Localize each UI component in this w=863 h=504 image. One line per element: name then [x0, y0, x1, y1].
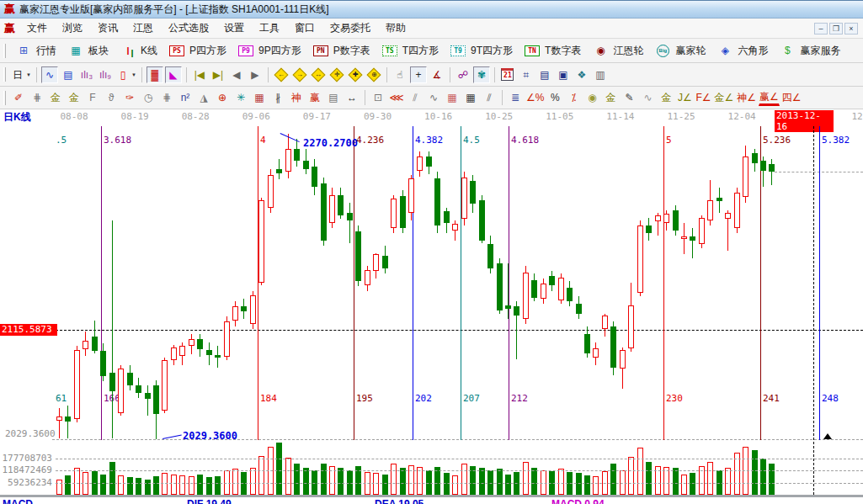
pn-table-icon[interactable]: PN [312, 42, 329, 59]
comb-b-icon[interactable]: ⋕ [158, 89, 175, 106]
toolbar-button-tn-table[interactable]: TNT数字表 [518, 40, 586, 61]
gann-grid-tool-icon[interactable]: ☍ [455, 66, 471, 83]
indicator-name[interactable]: MACD [3, 498, 33, 504]
mdi-minimize-button[interactable]: – [814, 23, 828, 34]
kline-candle-icon[interactable]: ❙ [120, 42, 136, 59]
pct-line-red-icon[interactable]: ⁒ [565, 89, 582, 106]
toolbar-button-p9-square[interactable]: P99P四方形 [232, 40, 306, 61]
mdi-close-button[interactable]: × [844, 23, 858, 34]
ts-square-icon[interactable]: TS [381, 42, 398, 59]
angle-pct-red-icon[interactable]: ∠% [525, 89, 545, 106]
menu-item-2[interactable]: 资讯 [90, 19, 125, 37]
pick-red-icon[interactable]: ✑ [121, 89, 138, 106]
menu-item-6[interactable]: 工具 [252, 19, 287, 37]
clock-icon[interactable]: ◷ [140, 89, 157, 106]
j-angle-icon[interactable]: J∠ [676, 89, 693, 106]
calendar-21-icon[interactable]: 21 [499, 66, 516, 83]
wave-v-icon[interactable]: ∿ [425, 89, 442, 106]
ink-brush-icon[interactable]: ✎ [621, 89, 637, 106]
gold-ring-icon[interactable]: ◉ [583, 89, 600, 106]
grid-red-icon[interactable]: ▦ [251, 89, 268, 106]
crosshair-tool-icon[interactable]: + [410, 66, 427, 83]
gann-wheel-icon[interactable]: ◉ [592, 42, 609, 59]
toolbar-button-ts-square[interactable]: TST四方形 [376, 40, 444, 61]
chip-dist-icon[interactable]: ▓ [146, 66, 163, 83]
parallel-icon[interactable]: ⫽ [481, 89, 498, 106]
hexagon-icon[interactable]: ◈ [717, 42, 733, 59]
toolbar-button-ps-square[interactable]: PSP四方形 [162, 40, 232, 61]
target-red-icon[interactable]: ⊕ [214, 89, 231, 106]
toolbar-button-sector-blocks[interactable]: ▦板块 [61, 40, 114, 61]
diamond-full-icon[interactable]: ⊕ [365, 66, 382, 83]
n2-icon[interactable]: n² [177, 89, 194, 106]
gold-seal-a-icon[interactable]: 金 [47, 89, 64, 106]
si-angle-icon[interactable]: 四∠ [781, 89, 802, 106]
prev-bar-icon[interactable]: ◀ [228, 66, 245, 83]
toolbar-button-kline-candle[interactable]: ❙K线 [114, 40, 162, 61]
winner-wheel-icon[interactable]: Big [654, 42, 671, 59]
first-page-icon[interactable]: |◀ [191, 66, 208, 83]
diamond-expand-icon[interactable]: ✛ [328, 66, 345, 83]
tn-table-icon[interactable]: TN [524, 42, 541, 59]
f-angle-icon[interactable]: F∠ [695, 89, 711, 106]
winner-service-icon[interactable]: $ [779, 42, 796, 59]
order-pad-icon[interactable]: ▤ [536, 66, 553, 83]
remote-pc-icon[interactable]: ❖ [573, 66, 590, 83]
protractor-tool-icon[interactable]: ∡ [429, 66, 445, 83]
toolbar-button-hexagon[interactable]: ◈六角形 [711, 40, 773, 61]
menu-item-3[interactable]: 江恩 [125, 19, 161, 37]
menu-item-7[interactable]: 窗口 [287, 19, 322, 37]
last-page-icon[interactable]: ▶| [210, 66, 226, 83]
grid-black-icon[interactable]: ▦ [462, 89, 479, 106]
ying-stamp-icon[interactable]: 赢 [306, 89, 323, 106]
menu-item-1[interactable]: 浏览 [55, 19, 90, 37]
calculator-icon[interactable]: ⌗ [518, 66, 535, 83]
scale-list-icon[interactable]: ≣ [507, 89, 524, 106]
menu-item-9[interactable]: 帮助 [378, 19, 413, 37]
shen-angle-icon[interactable]: 神∠ [736, 89, 757, 106]
diamond-shift-left-icon[interactable]: ← [273, 66, 290, 83]
menu-item-0[interactable]: 文件 [19, 19, 55, 37]
diamond-shift-right-icon[interactable]: → [291, 66, 308, 83]
toolbar-button-gann-wheel[interactable]: ◉江恩轮 [586, 40, 648, 61]
menu-item-4[interactable]: 公式选股 [161, 19, 216, 37]
fan-gray-icon[interactable]: ⫽ [407, 89, 424, 106]
toolbar-button-winner-service[interactable]: $赢家服务 [773, 40, 845, 61]
p9-square-icon[interactable]: P9 [237, 42, 254, 59]
profile-flag-icon[interactable]: ◣ [165, 66, 182, 83]
ying-angle-icon[interactable]: 赢∠ [759, 89, 780, 106]
kline-chart-area[interactable]: 日K线 08-0808-1908-2809-0609-1709-3010-161… [0, 109, 863, 504]
zigzag-line-icon[interactable]: ∿ [41, 66, 58, 83]
diamond-compress-icon[interactable]: ↔ [310, 66, 327, 83]
draw-pick-icon[interactable]: ✐ [10, 89, 27, 106]
k-marks-icon[interactable]: ∦ [269, 89, 286, 106]
analysis-brain-icon[interactable]: ✾ [473, 66, 490, 83]
comb-a-icon[interactable]: ⋕ [29, 89, 45, 106]
wave-overlay-icon[interactable]: ∿ [639, 89, 656, 106]
toolbar-button-quote-table[interactable]: ⊞行情 [9, 40, 61, 61]
toolbar-button-winner-wheel[interactable]: Big赢家轮 [648, 40, 711, 61]
sector-blocks-icon[interactable]: ▦ [67, 42, 84, 59]
span-arrows-icon[interactable]: ↔ [344, 89, 360, 106]
ps-square-icon[interactable]: PS [168, 42, 185, 59]
mdi-restore-button[interactable]: ❐ [829, 23, 843, 34]
period-day-icon[interactable]: 日▼ [10, 66, 32, 83]
quote-page-icon[interactable]: ▤ [60, 66, 77, 83]
shen-stamp-icon[interactable]: 神 [288, 89, 305, 106]
bars-3-icon[interactable]: ılı₃ [78, 66, 95, 83]
tool-pc-icon[interactable]: ▥ [592, 66, 609, 83]
spiral-icon[interactable]: ϑ [103, 89, 120, 106]
toolbar-button-pn-table[interactable]: PNP数字表 [306, 40, 376, 61]
quote-table-icon[interactable]: ⊞ [15, 42, 32, 59]
grid-ruler-icon[interactable]: ▤ [325, 89, 342, 106]
box-frame-icon[interactable]: ⊡ [370, 89, 386, 106]
gold-angle-icon[interactable]: 金∠ [714, 89, 735, 106]
menu-item-5[interactable]: 设置 [216, 19, 252, 37]
mirror-a-icon[interactable]: ◮ [195, 89, 212, 106]
candle-style-icon[interactable]: ▯▼ [115, 66, 137, 83]
t9-square-icon[interactable]: T9 [450, 42, 466, 59]
diamond-cross-icon[interactable]: ✚ [347, 66, 364, 83]
grid-red2-icon[interactable]: ▦ [444, 89, 461, 106]
pct-icon[interactable]: % [546, 89, 563, 106]
next-bar-icon[interactable]: ▶ [247, 66, 264, 83]
